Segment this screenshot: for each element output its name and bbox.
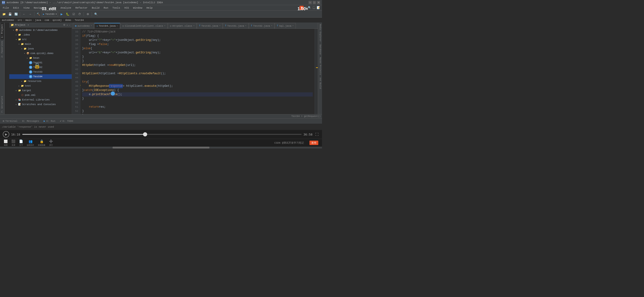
maximize-button[interactable]: □ — [313, 1, 316, 4]
bottom-tab-messages[interactable]: 0: Messages — [20, 119, 41, 123]
tree-item-scratches[interactable]: ▸ 📝 Scratches and Consoles — [9, 102, 72, 107]
tab-autodemo[interactable]: m autodemo × — [73, 23, 94, 28]
progress-thumb[interactable] — [143, 132, 147, 136]
tree-item-package[interactable]: ▾ 📦 com.qzcsbj.demo — [9, 51, 72, 56]
tree-item-autodemo[interactable]: ▾ 📦 autodemo D:\demo\autodemo — [9, 28, 72, 32]
search-everywhere-btn[interactable]: 🔍 — [93, 11, 98, 17]
coverage-btn[interactable]: ☑ — [71, 11, 76, 17]
breadcrumb-src[interactable]: src — [18, 19, 22, 21]
breadcrumb-com[interactable]: com — [44, 19, 49, 21]
settings-btn[interactable]: ⚙ — [85, 11, 90, 17]
menu-vcs[interactable]: VCS — [122, 6, 131, 10]
toolbar-back-btn[interactable]: ← — [22, 11, 27, 17]
breadcrumb-java[interactable]: java — [35, 19, 41, 21]
tab-autodemo-close[interactable]: × — [90, 24, 92, 27]
csdn-btn-2[interactable]: ⬛ 录屏 — [12, 139, 15, 146]
toolbar-save-btn[interactable]: 💾 — [8, 11, 12, 17]
run-btn[interactable]: ▶ — [59, 11, 64, 17]
tab-test02-close[interactable]: × — [271, 24, 272, 27]
menu-build[interactable]: Build — [90, 6, 101, 10]
code-editor[interactable]: 3334353637 3839404142 4344454647 4849505… — [72, 29, 318, 114]
tab-test01-close[interactable]: × — [245, 24, 246, 27]
progress-bar[interactable] — [22, 134, 302, 135]
right-tab-redis[interactable]: Redis Explorer — [318, 23, 322, 43]
menu-run[interactable]: Run — [102, 6, 110, 10]
tab-test01[interactable]: T Test01.java × — [223, 23, 249, 28]
bottom-tab-terminal[interactable]: ⊞ Terminal — [1, 119, 19, 123]
tab-closeablehttpclient[interactable]: ◇ CloseableHttpClient.class × — [120, 23, 168, 28]
bottom-tab-run[interactable]: ▶ 4: Run — [42, 119, 57, 123]
tree-item-test03[interactable]: ▸ T Test03 — [9, 70, 72, 74]
right-tab-maven[interactable]: Maven Projects — [318, 56, 322, 76]
bottom-scrollbar[interactable] — [0, 147, 322, 148]
breadcrumb-qzcsbj[interactable]: qzcsbj — [52, 19, 62, 21]
tree-item-bean[interactable]: ▸ 📁 bean — [9, 56, 72, 60]
tree-item-java[interactable]: ▾ 📁 java — [9, 46, 72, 51]
debug-btn[interactable]: 🐛 — [65, 11, 70, 17]
sidebar-item-project[interactable]: 1: Project — [0, 23, 4, 39]
sidebar-item-structure[interactable]: 7: Structure — [0, 95, 4, 114]
tree-item-resources[interactable]: ▸ 📁 resources — [9, 79, 72, 83]
menu-help[interactable]: Help — [145, 6, 154, 10]
right-tab-ant[interactable]: Ant Build — [318, 76, 322, 90]
profile-btn[interactable]: ⏱ — [77, 11, 82, 17]
breadcrumb-demo[interactable]: demo — [65, 19, 71, 21]
menu-window[interactable]: Window — [131, 6, 144, 10]
breadcrumb-main[interactable]: main — [26, 19, 32, 21]
breadcrumb-autodemo[interactable]: autodemo — [2, 19, 14, 21]
project-expand-btn[interactable]: + — [66, 24, 68, 26]
csdn-btn-6[interactable]: ➕ 其它 — [49, 139, 53, 146]
project-collapse-btn[interactable]: − — [69, 24, 70, 26]
toolbar-build-btn[interactable]: 🔨 — [36, 11, 41, 17]
tab-test02[interactable]: T Test02.java × — [249, 23, 275, 28]
run-config-dropdown[interactable]: ▶ Test03 ▾ — [42, 11, 58, 17]
csdn-btn-1[interactable]: ⬜ 截图 — [4, 139, 8, 146]
tab-sql-close[interactable]: × — [292, 24, 294, 27]
tab-closeablehttpclient-close[interactable]: × — [164, 24, 166, 27]
toolbar-refresh-btn[interactable]: 🔄 — [14, 11, 18, 17]
tree-label-autodemo: autodemo D:\demo\autodemo — [19, 29, 58, 31]
tree-item-idea[interactable]: ▸ 📁 .idea — [9, 32, 72, 37]
menu-file[interactable]: File — [1, 6, 11, 10]
tree-item-src[interactable]: ▾ 📁 src — [9, 37, 72, 42]
tab-test04[interactable]: ✦ Test04.java × — [94, 23, 120, 28]
tree-item-pom[interactable]: ▸ ⬡ pom.xml — [9, 93, 72, 97]
tree-item-main[interactable]: ▾ 📁 main — [9, 42, 72, 46]
menu-edit[interactable]: Edit — [11, 6, 21, 10]
menu-view[interactable]: View — [22, 6, 31, 10]
tab-test04-close[interactable]: × — [116, 25, 118, 27]
menu-analyze[interactable]: Analyze — [58, 6, 73, 10]
project-settings-btn[interactable]: ⚙ — [63, 23, 66, 26]
tree-item-test[interactable]: ▸ 📁 test — [9, 83, 72, 88]
tab-httpget[interactable]: ◇ HttpGet.class × — [168, 23, 197, 28]
toolbar-open-btn[interactable]: 📁 — [2, 11, 6, 17]
play-button[interactable]: ▶ — [3, 131, 9, 138]
code-content[interactable]: // ?id=259&name=jack if (flag) { url+= "… — [80, 29, 314, 114]
csdn-post-btn[interactable]: 发布 — [310, 141, 318, 145]
minimize-button[interactable]: ─ — [308, 1, 312, 4]
csdn-btn-5[interactable]: 🔒 加锁隐藏 — [38, 139, 45, 146]
right-tab-database[interactable]: Database — [318, 43, 322, 56]
tab-test03[interactable]: T Test03.java × — [197, 23, 223, 28]
close-button[interactable]: ✕ — [317, 1, 320, 4]
toolbar-forward-btn[interactable]: → — [28, 11, 33, 17]
autodemo-folder-icon: 📦 — [15, 28, 18, 32]
sidebar-item-favorites[interactable]: 2: Favorites — [0, 39, 4, 59]
project-dropdown-arrow[interactable]: ▾ — [28, 23, 29, 26]
tree-item-target[interactable]: ▸ 📁 target — [9, 88, 72, 93]
menu-tools[interactable]: Tools — [110, 6, 122, 10]
tab-sql[interactable]: T Sql.java × — [275, 23, 296, 28]
tab-httpget-close[interactable]: × — [193, 24, 194, 27]
fullscreen-button[interactable]: ⛶ — [314, 132, 319, 137]
toolbar-sep-4 — [92, 12, 92, 16]
csdn-btn-3[interactable]: 📄 文字 — [19, 139, 23, 146]
main-folder-icon: 📁 — [20, 42, 24, 46]
tree-item-test04[interactable]: ▸ T Test04 — [9, 74, 72, 79]
tab-test03-close[interactable]: × — [219, 24, 220, 27]
menu-refactor[interactable]: Refactor — [74, 6, 90, 10]
bottom-tab-todo[interactable]: ✔ 6: TODO — [58, 119, 75, 123]
csdn-btn-4[interactable]: 👥 远程协作 — [27, 139, 34, 146]
scrollbar-thumb[interactable] — [112, 147, 209, 148]
breadcrumb-test04[interactable]: Test04 — [75, 19, 84, 21]
tree-item-extlibs[interactable]: ▸ 📚 External Libraries — [9, 97, 72, 102]
